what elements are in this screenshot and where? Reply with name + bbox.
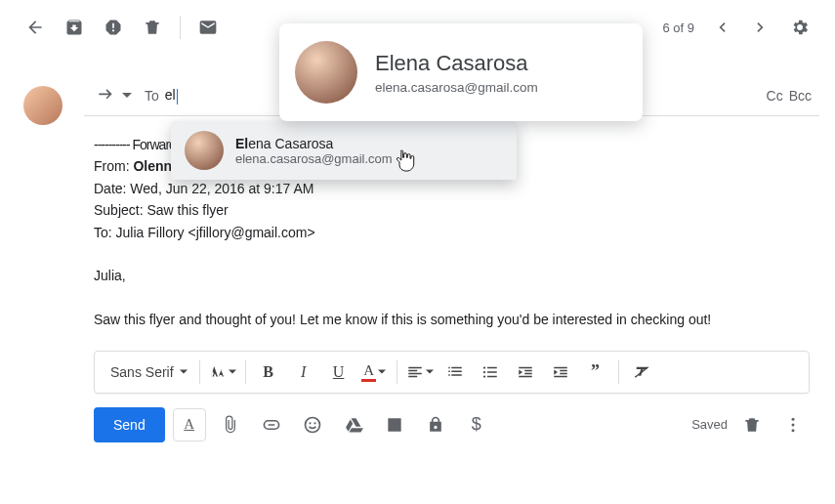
contact-popover: Elena Casarosa elena.casarosa@gmail.com bbox=[279, 23, 643, 121]
spam-button[interactable] bbox=[94, 8, 133, 47]
discard-button[interactable] bbox=[735, 408, 769, 441]
cc-link[interactable]: Cc bbox=[767, 88, 783, 104]
body-paragraph: Saw this flyer and thought of you! Let m… bbox=[94, 309, 810, 330]
underline-button[interactable]: U bbox=[322, 356, 355, 389]
money-button[interactable]: $ bbox=[460, 408, 493, 441]
remove-format-button[interactable] bbox=[625, 356, 658, 389]
suggestion-email: elena.casarosa@gmail.com bbox=[235, 151, 393, 166]
ordered-list-button[interactable] bbox=[438, 356, 472, 389]
insert-image-button[interactable] bbox=[378, 408, 411, 441]
svg-point-4 bbox=[309, 422, 311, 424]
bottom-row: Send A $ Saved bbox=[84, 394, 819, 452]
indent-more-button[interactable] bbox=[544, 356, 577, 389]
toggle-format-button[interactable]: A bbox=[173, 408, 206, 441]
popover-email: elena.casarosa@gmail.com bbox=[375, 80, 538, 95]
align-button[interactable] bbox=[403, 356, 437, 389]
format-toolbar: Sans Serif B I U A ” bbox=[94, 351, 810, 394]
svg-point-0 bbox=[482, 366, 484, 368]
text-caret bbox=[177, 89, 178, 105]
suggestion-name: Elena Casarosa bbox=[235, 136, 393, 151]
saved-label: Saved bbox=[691, 417, 728, 432]
font-family-dropdown[interactable]: Sans Serif bbox=[101, 356, 193, 389]
subject-line: Subject: Saw this flyer bbox=[94, 199, 810, 221]
attach-button[interactable] bbox=[214, 408, 247, 441]
indent-less-button[interactable] bbox=[509, 356, 542, 389]
popover-name: Elena Casarosa bbox=[375, 51, 538, 76]
send-button[interactable]: Send bbox=[94, 407, 165, 442]
date-line: Date: Wed, Jun 22, 2016 at 9:17 AM bbox=[94, 178, 810, 199]
svg-point-6 bbox=[792, 417, 795, 420]
drive-button[interactable] bbox=[337, 408, 370, 441]
emoji-button[interactable] bbox=[296, 408, 329, 441]
svg-point-7 bbox=[792, 423, 795, 426]
to-input-value: el bbox=[165, 87, 176, 103]
italic-button[interactable]: I bbox=[287, 356, 320, 389]
contact-suggestion-dropdown: Elena Casarosa elena.casarosa@gmail.com bbox=[171, 121, 517, 180]
back-button[interactable] bbox=[16, 8, 55, 47]
body-greeting: Julia, bbox=[94, 265, 810, 286]
contact-suggestion-item[interactable]: Elena Casarosa elena.casarosa@gmail.com bbox=[171, 121, 517, 180]
older-button[interactable] bbox=[702, 8, 741, 47]
link-button[interactable] bbox=[255, 408, 288, 441]
popover-avatar bbox=[295, 41, 357, 104]
svg-point-3 bbox=[305, 417, 319, 432]
confidential-button[interactable] bbox=[419, 408, 452, 441]
more-options-button[interactable] bbox=[776, 408, 810, 441]
font-size-button[interactable] bbox=[206, 356, 239, 389]
settings-button[interactable] bbox=[780, 8, 819, 47]
delete-button[interactable] bbox=[133, 8, 172, 47]
svg-point-2 bbox=[482, 375, 484, 377]
original-to-line: To: Julia Fillory <jfillory@gmail.com> bbox=[94, 222, 810, 243]
svg-point-8 bbox=[792, 429, 795, 432]
suggestion-avatar bbox=[185, 131, 224, 170]
archive-button[interactable] bbox=[55, 8, 94, 47]
text-color-button[interactable]: A bbox=[357, 356, 391, 389]
separator bbox=[180, 16, 181, 39]
mark-unread-button[interactable] bbox=[188, 8, 228, 47]
unordered-list-button[interactable] bbox=[474, 356, 507, 389]
to-label: To bbox=[145, 88, 159, 104]
reply-type-dropdown[interactable] bbox=[119, 91, 135, 101]
message-counter: 6 of 9 bbox=[662, 21, 694, 35]
sender-avatar bbox=[23, 86, 63, 125]
bold-button[interactable]: B bbox=[252, 356, 285, 389]
quote-button[interactable]: ” bbox=[579, 356, 612, 389]
bcc-link[interactable]: Bcc bbox=[789, 88, 812, 104]
newer-button[interactable] bbox=[741, 8, 780, 47]
svg-point-5 bbox=[313, 422, 315, 424]
reply-type-icon[interactable] bbox=[92, 86, 119, 105]
svg-point-1 bbox=[482, 370, 484, 372]
